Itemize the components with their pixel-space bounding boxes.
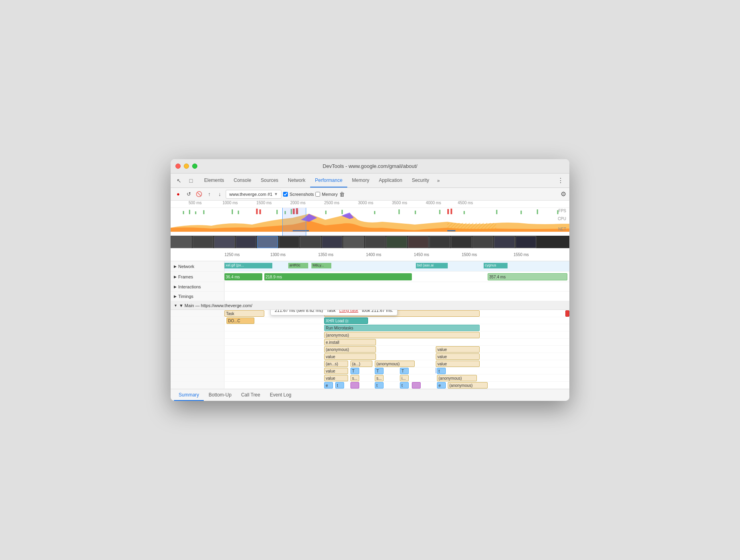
trash-button[interactable]: 🗑: [339, 191, 345, 197]
t-block-2[interactable]: T: [375, 368, 384, 374]
network-expand-icon[interactable]: ▶: [174, 264, 177, 268]
timings-track-content[interactable]: [224, 292, 569, 301]
flame-row-6: (anonymous) value Eve...nce: [171, 346, 569, 353]
a-block[interactable]: (a...): [350, 361, 372, 367]
devtools-menu-button[interactable]: ⋮: [555, 177, 566, 184]
value-block-2[interactable]: value: [324, 353, 376, 360]
clear-button[interactable]: 🚫: [195, 190, 203, 199]
network-track-content[interactable]: xel.gif (px... aHR0c M6Ly... bid (aax.ai…: [224, 261, 569, 271]
more-tabs-button[interactable]: »: [434, 178, 443, 183]
t-block-4[interactable]: t: [437, 368, 446, 374]
download-button[interactable]: ↓: [215, 190, 224, 199]
svg-rect-29: [293, 230, 309, 231]
tab-network[interactable]: Network: [283, 174, 310, 187]
svg-rect-10: [325, 211, 327, 214]
reload-button[interactable]: ↺: [184, 190, 193, 199]
purple-block-1[interactable]: [350, 382, 359, 388]
do-c-block[interactable]: DO...C: [226, 317, 254, 324]
e-block-2[interactable]: e: [437, 382, 446, 388]
close-button[interactable]: [175, 164, 181, 169]
url-dropdown[interactable]: ▼: [274, 192, 278, 196]
anonymous-block-3[interactable]: (anonymous): [375, 361, 415, 367]
frames-track-label[interactable]: ▶ Frames: [171, 272, 224, 282]
tab-performance[interactable]: Performance: [310, 174, 347, 187]
e-block-1[interactable]: e: [324, 382, 333, 388]
tab-sources[interactable]: Sources: [256, 174, 283, 187]
svg-rect-18: [521, 211, 522, 214]
tab-application[interactable]: Application: [374, 174, 407, 187]
flame-content-1: Task Task Task: [224, 310, 569, 317]
ts-3000: 3000 ms: [358, 201, 373, 205]
t-block-1[interactable]: T: [350, 368, 359, 374]
memory-checkbox[interactable]: Memory: [315, 192, 338, 197]
svg-rect-6: [276, 210, 278, 214]
tab-elements[interactable]: Elements: [199, 174, 229, 187]
timeline-overview[interactable]: 500 ms 1000 ms 1500 ms 2000 ms 2500 ms 3…: [171, 201, 569, 248]
anonymous-block-5[interactable]: (anonymous): [448, 382, 488, 388]
xhr-load-block[interactable]: XHR Load (c: [324, 317, 368, 324]
timings-track-label[interactable]: ▶ Timings: [171, 292, 224, 301]
tab-memory[interactable]: Memory: [347, 174, 374, 187]
screenshots-checkbox-input[interactable]: [283, 192, 288, 197]
value-block-1[interactable]: value: [436, 346, 480, 353]
device-icon[interactable]: □: [186, 175, 196, 186]
record-button[interactable]: ●: [174, 190, 183, 199]
s-block-1[interactable]: s...: [350, 375, 359, 381]
t-block-3[interactable]: T: [400, 368, 409, 374]
tab-summary[interactable]: Summary: [174, 389, 204, 401]
detail-ts-1300: 1300 ms: [270, 252, 285, 257]
tab-security[interactable]: Security: [407, 174, 434, 187]
s-block-2[interactable]: s...: [375, 375, 384, 381]
minimize-button[interactable]: [184, 164, 189, 169]
flame-content-6: (anonymous) value Eve...nce: [224, 346, 569, 353]
detail-ts-1550: 1550 ms: [514, 252, 529, 257]
anonymous-block-4[interactable]: (anonymous): [437, 375, 477, 381]
task-block-2[interactable]: Task: [324, 310, 480, 317]
value-block-3[interactable]: value: [436, 353, 480, 360]
task-block-1[interactable]: Task: [224, 310, 264, 317]
run-microtask-block[interactable]: Run Microtasks: [324, 325, 480, 331]
network-item-bid: bid (aax.ai: [416, 263, 448, 268]
t-block-7[interactable]: t: [400, 382, 409, 388]
interactions-expand-icon[interactable]: ▶: [174, 285, 177, 289]
upload-button[interactable]: ↑: [205, 190, 214, 199]
screenshot-3: [214, 236, 235, 248]
interactions-track-label[interactable]: ▶ Interactions: [171, 282, 224, 291]
main-expand-icon[interactable]: ▼: [174, 304, 177, 308]
anonymous-block-1[interactable]: (anonymous): [324, 332, 480, 338]
settings-button[interactable]: ⚙: [561, 190, 566, 198]
screenshot-9: [343, 236, 364, 248]
tab-event-log[interactable]: Event Log: [265, 389, 296, 401]
an-s-block[interactable]: (an...s): [324, 361, 348, 367]
task-block-3-red[interactable]: [565, 310, 569, 317]
tab-call-tree[interactable]: Call Tree: [236, 389, 265, 401]
network-track-label[interactable]: ▶ Network: [171, 261, 224, 271]
frames-track-content[interactable]: 36.4 ms 218.9 ms 357.4 ms: [224, 272, 569, 282]
detail-ts-1450: 1450 ms: [414, 252, 429, 257]
purple-block-2[interactable]: [412, 382, 421, 388]
url-bar: www.theverge.com #1 ▼: [226, 190, 281, 199]
memory-checkbox-input[interactable]: [315, 192, 320, 197]
flame-label-10: [171, 375, 224, 381]
flame-label-8: [171, 360, 224, 367]
install-block[interactable]: e.install: [324, 339, 376, 345]
value-block-6[interactable]: value: [324, 375, 348, 381]
interactions-track-content[interactable]: [224, 282, 569, 291]
cursor-icon[interactable]: ↖: [174, 175, 184, 186]
screenshots-checkbox[interactable]: Screenshots: [283, 192, 314, 197]
i-block[interactable]: i...: [400, 375, 409, 381]
flame-content-3: Run Microtasks Func...all: [224, 324, 569, 331]
svg-rect-1: [189, 210, 190, 214]
tab-console[interactable]: Console: [229, 174, 256, 187]
value-block-4[interactable]: value: [436, 361, 480, 367]
devtools-tabs: Elements Console Sources Network Perform…: [199, 174, 555, 187]
frames-expand-icon[interactable]: ▶: [174, 275, 177, 279]
t-block-5[interactable]: t: [335, 382, 344, 388]
anonymous-block-2[interactable]: (anonymous): [324, 346, 376, 353]
tab-bottom-up[interactable]: Bottom-Up: [204, 389, 236, 401]
t-block-6[interactable]: t: [375, 382, 384, 388]
value-block-5[interactable]: value: [324, 368, 348, 374]
network-item-xel: xel.gif (px...: [224, 263, 272, 268]
maximize-button[interactable]: [192, 164, 197, 169]
timings-expand-icon[interactable]: ▶: [174, 294, 177, 298]
